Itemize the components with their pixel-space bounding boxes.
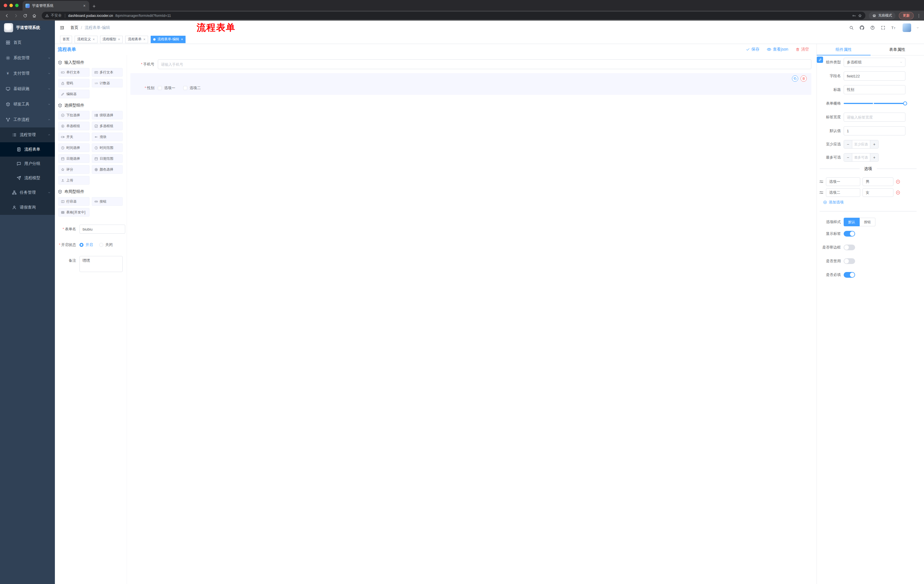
tag-process-form[interactable]: 流程表单× <box>125 36 148 43</box>
palette-item-table[interactable]: 表格[开发中] <box>58 208 89 217</box>
palette-item-row-container[interactable]: 行容器 <box>58 197 89 206</box>
browser-tab[interactable]: 芋道管理系统 × <box>23 1 89 11</box>
org-tree-icon <box>12 190 16 195</box>
form-designer: 流程表单 保存 查看json 清空 输入型组件 <box>55 44 462 292</box>
sidebar-menu: 首页 系统管理 支付管理 基础设施 研发工具 <box>0 35 55 215</box>
palette-item-select[interactable]: 下拉选择 <box>58 111 89 119</box>
phone-input[interactable] <box>158 59 462 69</box>
not-secure-warning-icon <box>45 14 49 17</box>
browser-tab-strip: 芋道管理系统 × <box>0 0 462 11</box>
button-icon <box>94 200 98 204</box>
select-icon <box>61 114 64 117</box>
close-tag-icon[interactable]: × <box>143 37 145 41</box>
reload-icon[interactable] <box>21 12 29 20</box>
address-bar[interactable]: 不安全 dashboard.yudao.iocoder.cn/bpm/manag… <box>42 12 462 20</box>
close-tag-icon[interactable]: × <box>181 37 183 41</box>
tab-favicon <box>25 4 30 8</box>
sidebar-item-leave-query[interactable]: 请假查询 <box>0 200 55 215</box>
sidebar-item-system[interactable]: 系统管理 <box>0 50 55 66</box>
gender-option2-checkbox[interactable]: 选项二 <box>183 86 201 90</box>
close-tag-icon[interactable]: × <box>118 37 120 41</box>
status-off-radio[interactable]: 关闭 <box>99 242 113 247</box>
palette-item-slider[interactable]: 滑块 <box>92 133 123 141</box>
zoom-window-button[interactable] <box>15 4 18 7</box>
palette-item-color-picker[interactable]: 颜色选择 <box>92 165 123 174</box>
palette-section-layout: 布局型组件 <box>58 189 123 194</box>
browser-toolbar: 不安全 dashboard.yudao.iocoder.cn/bpm/manag… <box>0 11 462 21</box>
tag-process-model[interactable]: 流程模型× <box>100 36 123 43</box>
lock-icon <box>61 81 64 85</box>
palette-item-time-range[interactable]: 时间范围 <box>92 143 123 152</box>
palette-item-switch[interactable]: 开关 <box>58 133 89 141</box>
tag-process-form-edit[interactable]: 流程表单-编辑× <box>151 36 186 43</box>
breadcrumb-home[interactable]: 首页 <box>70 25 78 30</box>
palette-item-date-range[interactable]: 日期范围 <box>92 154 123 163</box>
palette-item-password[interactable]: 密码 <box>58 79 89 87</box>
sidebar-item-task-manage[interactable]: 任务管理 <box>0 185 55 200</box>
form-status-row: *开启状态 开启 关闭 <box>57 240 123 249</box>
tag-home[interactable]: 首页 <box>60 36 72 43</box>
active-tag-dot <box>153 38 155 41</box>
new-tab-button[interactable] <box>92 4 96 8</box>
chevron-down-icon <box>48 72 51 75</box>
canvas-field-gender[interactable]: *性别 选项一 选项二 <box>130 73 462 95</box>
cascader-icon <box>94 114 98 117</box>
sidebar-item-infra[interactable]: 基础设施 <box>0 81 55 97</box>
forward-icon[interactable] <box>12 12 20 20</box>
palette-item-time-picker[interactable]: 时间选择 <box>58 143 89 152</box>
tags-view-bar: 首页 流程定义× 流程模型× 流程表单× 流程表单-编辑× <box>55 35 462 44</box>
collapse-sidebar-icon[interactable] <box>59 25 64 30</box>
home-icon[interactable] <box>30 12 38 20</box>
cube-icon <box>58 103 62 108</box>
top-navbar: 首页 / 流程表单-编辑 流程表单 <box>55 21 462 35</box>
palette-item-single-line-text[interactable]: 单行文本 <box>58 68 89 77</box>
sidebar-item-devtools[interactable]: 研发工具 <box>0 97 55 112</box>
form-remark-textarea[interactable] <box>79 256 123 272</box>
color-wheel-icon <box>94 168 98 171</box>
chevron-up-icon <box>48 133 51 137</box>
palette-section-select: 选择型组件 <box>58 103 123 108</box>
gender-option1-checkbox[interactable]: 选项一 <box>158 86 175 90</box>
sidebar-item-home[interactable]: 首页 <box>0 35 55 50</box>
canvas-field-phone[interactable]: *手机号 <box>130 59 462 70</box>
tag-process-definition[interactable]: 流程定义× <box>74 36 97 43</box>
radio-icon <box>61 124 64 128</box>
status-on-radio[interactable]: 开启 <box>79 242 93 247</box>
breadcrumb-current: 流程表单-编辑 <box>85 25 110 30</box>
palette-item-editor[interactable]: 编辑器 <box>58 90 89 98</box>
app-logo[interactable]: 芋道管理系统 <box>0 21 55 35</box>
palette-item-counter[interactable]: 计数器 <box>92 79 123 87</box>
sidebar-item-process-model[interactable]: 流程模型 <box>0 171 55 185</box>
window-controls <box>4 0 18 11</box>
close-tag-icon[interactable]: × <box>92 37 95 41</box>
palette-item-upload[interactable]: 上传 <box>58 176 89 184</box>
minimize-window-button[interactable] <box>10 4 13 7</box>
sidebar-item-user-group[interactable]: 用户分组 <box>0 156 55 171</box>
paper-plane-icon <box>16 176 21 180</box>
sidebar: 芋道管理系统 首页 系统管理 支付管理 基础设施 <box>0 21 55 292</box>
annotation-text: 流程表单 <box>197 22 236 33</box>
breadcrumb: 首页 / 流程表单-编辑 <box>70 25 110 30</box>
palette-item-cascader[interactable]: 级联选择 <box>92 111 123 119</box>
browser-chrome: 芋道管理系统 × 不安全 dashboard.yudao.iocoder.cn/… <box>0 0 462 21</box>
palette-item-button[interactable]: 按钮 <box>92 197 123 206</box>
tab-close-icon[interactable]: × <box>82 3 87 8</box>
form-canvas[interactable]: *手机号 *性别 选项一 选项二 <box>127 55 462 292</box>
palette-item-rate[interactable]: 评分 <box>58 165 89 174</box>
palette-item-multi-line-text[interactable]: 多行文本 <box>92 68 123 77</box>
back-icon[interactable] <box>3 12 11 20</box>
palette-item-date-picker[interactable]: 日期选择 <box>58 154 89 163</box>
sidebar-item-workflow[interactable]: 工作流程 <box>0 112 55 127</box>
close-window-button[interactable] <box>4 4 7 7</box>
star-icon <box>61 168 64 171</box>
cube-icon <box>58 60 62 65</box>
list-icon <box>12 133 16 137</box>
sidebar-item-payment[interactable]: 支付管理 <box>0 66 55 81</box>
upload-icon <box>61 179 64 182</box>
form-name-input[interactable] <box>79 225 125 234</box>
sidebar-item-process-manage[interactable]: 流程管理 <box>0 127 55 142</box>
user-icon <box>12 205 16 210</box>
palette-item-checkbox-group[interactable]: 多选框组 <box>92 122 123 130</box>
sidebar-item-process-form[interactable]: 流程表单 <box>0 142 55 156</box>
palette-item-radio-group[interactable]: 单选框组 <box>58 122 89 130</box>
